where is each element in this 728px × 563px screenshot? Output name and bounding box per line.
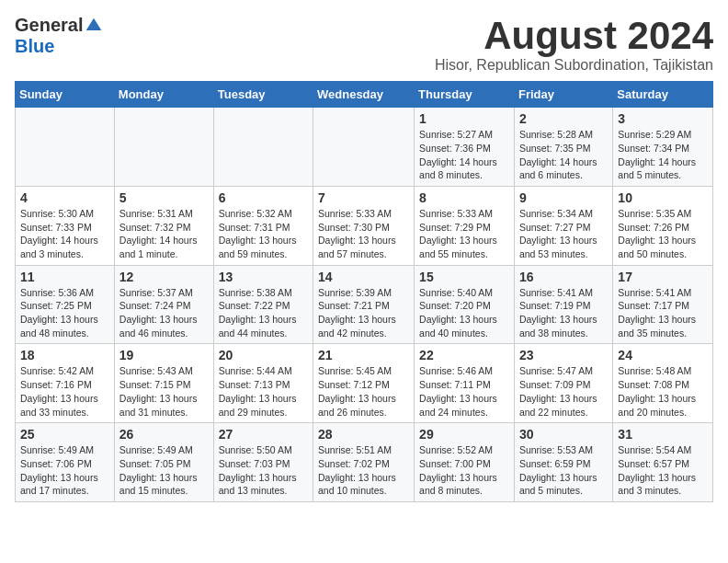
calendar-cell — [114, 108, 213, 187]
calendar-cell: 27Sunrise: 5:50 AM Sunset: 7:03 PM Dayli… — [213, 423, 313, 502]
day-info: Sunrise: 5:47 AM Sunset: 7:09 PM Dayligh… — [519, 364, 608, 419]
day-info: Sunrise: 5:28 AM Sunset: 7:35 PM Dayligh… — [519, 128, 608, 182]
calendar-cell — [16, 108, 115, 187]
page-header: General Blue August 2024 Hisor, Republic… — [15, 15, 713, 74]
calendar-cell: 10Sunrise: 5:35 AM Sunset: 7:26 PM Dayli… — [613, 186, 713, 265]
day-number: 19 — [119, 348, 209, 362]
calendar-cell: 11Sunrise: 5:36 AM Sunset: 7:25 PM Dayli… — [16, 265, 115, 344]
calendar-cell: 1Sunrise: 5:27 AM Sunset: 7:36 PM Daylig… — [415, 108, 515, 187]
day-info: Sunrise: 5:49 AM Sunset: 7:06 PM Dayligh… — [20, 443, 109, 498]
day-info: Sunrise: 5:33 AM Sunset: 7:29 PM Dayligh… — [419, 207, 509, 261]
day-info: Sunrise: 5:31 AM Sunset: 7:32 PM Dayligh… — [119, 207, 209, 261]
logo-general-text: General — [15, 15, 83, 36]
day-number: 28 — [318, 427, 409, 442]
day-number: 17 — [618, 270, 708, 284]
day-info: Sunrise: 5:36 AM Sunset: 7:25 PM Dayligh… — [20, 286, 109, 340]
calendar-week-row: 1Sunrise: 5:27 AM Sunset: 7:36 PM Daylig… — [16, 108, 713, 187]
calendar-cell — [213, 108, 313, 187]
day-number: 9 — [519, 190, 608, 205]
day-info: Sunrise: 5:46 AM Sunset: 7:11 PM Dayligh… — [419, 364, 509, 419]
calendar-cell: 21Sunrise: 5:45 AM Sunset: 7:12 PM Dayli… — [313, 344, 415, 423]
day-info: Sunrise: 5:35 AM Sunset: 7:26 PM Dayligh… — [618, 207, 708, 261]
day-number: 24 — [618, 348, 708, 362]
day-info: Sunrise: 5:37 AM Sunset: 7:24 PM Dayligh… — [119, 286, 209, 340]
day-info: Sunrise: 5:39 AM Sunset: 7:21 PM Dayligh… — [318, 286, 409, 340]
calendar-table: SundayMondayTuesdayWednesdayThursdayFrid… — [15, 81, 713, 502]
day-number: 20 — [219, 348, 308, 362]
calendar-week-row: 25Sunrise: 5:49 AM Sunset: 7:06 PM Dayli… — [16, 423, 713, 502]
day-info: Sunrise: 5:50 AM Sunset: 7:03 PM Dayligh… — [219, 443, 308, 498]
day-info: Sunrise: 5:45 AM Sunset: 7:12 PM Dayligh… — [318, 364, 409, 419]
day-of-week-header: Saturday — [613, 82, 713, 108]
calendar-week-row: 18Sunrise: 5:42 AM Sunset: 7:16 PM Dayli… — [16, 344, 713, 423]
day-number: 5 — [119, 190, 209, 205]
day-number: 3 — [618, 111, 708, 126]
calendar-cell: 15Sunrise: 5:40 AM Sunset: 7:20 PM Dayli… — [415, 265, 515, 344]
day-number: 30 — [519, 427, 608, 442]
day-info: Sunrise: 5:29 AM Sunset: 7:34 PM Dayligh… — [618, 128, 708, 182]
day-info: Sunrise: 5:49 AM Sunset: 7:05 PM Dayligh… — [119, 443, 209, 498]
day-number: 14 — [318, 270, 409, 284]
calendar-cell: 26Sunrise: 5:49 AM Sunset: 7:05 PM Dayli… — [114, 423, 213, 502]
day-info: Sunrise: 5:38 AM Sunset: 7:22 PM Dayligh… — [219, 286, 308, 340]
day-info: Sunrise: 5:51 AM Sunset: 7:02 PM Dayligh… — [318, 443, 409, 498]
calendar-cell: 3Sunrise: 5:29 AM Sunset: 7:34 PM Daylig… — [613, 108, 713, 187]
day-info: Sunrise: 5:53 AM Sunset: 6:59 PM Dayligh… — [519, 443, 608, 498]
calendar-cell: 28Sunrise: 5:51 AM Sunset: 7:02 PM Dayli… — [313, 423, 415, 502]
day-number: 29 — [419, 427, 509, 442]
logo-icon — [85, 17, 103, 35]
calendar-cell: 16Sunrise: 5:41 AM Sunset: 7:19 PM Dayli… — [514, 265, 612, 344]
calendar-cell — [313, 108, 415, 187]
day-number: 8 — [419, 190, 509, 205]
day-number: 31 — [618, 427, 708, 442]
calendar-cell: 18Sunrise: 5:42 AM Sunset: 7:16 PM Dayli… — [16, 344, 115, 423]
day-of-week-header: Monday — [114, 82, 213, 108]
calendar-cell: 19Sunrise: 5:43 AM Sunset: 7:15 PM Dayli… — [114, 344, 213, 423]
calendar-cell: 30Sunrise: 5:53 AM Sunset: 6:59 PM Dayli… — [514, 423, 612, 502]
calendar-cell: 20Sunrise: 5:44 AM Sunset: 7:13 PM Dayli… — [213, 344, 313, 423]
day-number: 13 — [219, 270, 308, 284]
day-number: 6 — [219, 190, 308, 205]
day-number: 22 — [419, 348, 509, 362]
calendar-cell: 4Sunrise: 5:30 AM Sunset: 7:33 PM Daylig… — [16, 186, 115, 265]
day-of-week-header: Thursday — [415, 82, 515, 108]
day-number: 12 — [119, 270, 209, 284]
calendar-cell: 22Sunrise: 5:46 AM Sunset: 7:11 PM Dayli… — [415, 344, 515, 423]
logo: General Blue — [15, 15, 103, 57]
day-number: 21 — [318, 348, 409, 362]
day-of-week-header: Wednesday — [313, 82, 415, 108]
day-info: Sunrise: 5:32 AM Sunset: 7:31 PM Dayligh… — [219, 207, 308, 261]
logo-blue-text: Blue — [15, 36, 54, 57]
day-info: Sunrise: 5:34 AM Sunset: 7:27 PM Dayligh… — [519, 207, 608, 261]
calendar-week-row: 4Sunrise: 5:30 AM Sunset: 7:33 PM Daylig… — [16, 186, 713, 265]
day-info: Sunrise: 5:44 AM Sunset: 7:13 PM Dayligh… — [219, 364, 308, 419]
calendar-cell: 12Sunrise: 5:37 AM Sunset: 7:24 PM Dayli… — [114, 265, 213, 344]
day-number: 23 — [519, 348, 608, 362]
location-subtitle: Hisor, Republican Subordination, Tajikis… — [435, 57, 713, 74]
calendar-cell: 2Sunrise: 5:28 AM Sunset: 7:35 PM Daylig… — [514, 108, 612, 187]
day-info: Sunrise: 5:33 AM Sunset: 7:30 PM Dayligh… — [318, 207, 409, 261]
day-info: Sunrise: 5:41 AM Sunset: 7:19 PM Dayligh… — [519, 286, 608, 340]
day-info: Sunrise: 5:40 AM Sunset: 7:20 PM Dayligh… — [419, 286, 509, 340]
calendar-cell: 13Sunrise: 5:38 AM Sunset: 7:22 PM Dayli… — [213, 265, 313, 344]
calendar-cell: 7Sunrise: 5:33 AM Sunset: 7:30 PM Daylig… — [313, 186, 415, 265]
day-number: 25 — [20, 427, 109, 442]
day-info: Sunrise: 5:30 AM Sunset: 7:33 PM Dayligh… — [20, 207, 109, 261]
calendar-cell: 9Sunrise: 5:34 AM Sunset: 7:27 PM Daylig… — [514, 186, 612, 265]
day-info: Sunrise: 5:48 AM Sunset: 7:08 PM Dayligh… — [618, 364, 708, 419]
calendar-cell: 14Sunrise: 5:39 AM Sunset: 7:21 PM Dayli… — [313, 265, 415, 344]
day-info: Sunrise: 5:27 AM Sunset: 7:36 PM Dayligh… — [419, 128, 509, 182]
calendar-cell: 31Sunrise: 5:54 AM Sunset: 6:57 PM Dayli… — [613, 423, 713, 502]
calendar-cell: 23Sunrise: 5:47 AM Sunset: 7:09 PM Dayli… — [514, 344, 612, 423]
calendar-cell: 17Sunrise: 5:41 AM Sunset: 7:17 PM Dayli… — [613, 265, 713, 344]
calendar-week-row: 11Sunrise: 5:36 AM Sunset: 7:25 PM Dayli… — [16, 265, 713, 344]
day-number: 4 — [20, 190, 109, 205]
day-number: 27 — [219, 427, 308, 442]
calendar-header-row: SundayMondayTuesdayWednesdayThursdayFrid… — [16, 82, 713, 108]
calendar-cell: 24Sunrise: 5:48 AM Sunset: 7:08 PM Dayli… — [613, 344, 713, 423]
calendar-cell: 8Sunrise: 5:33 AM Sunset: 7:29 PM Daylig… — [415, 186, 515, 265]
day-number: 1 — [419, 111, 509, 126]
day-of-week-header: Sunday — [16, 82, 115, 108]
calendar-cell: 25Sunrise: 5:49 AM Sunset: 7:06 PM Dayli… — [16, 423, 115, 502]
day-number: 18 — [20, 348, 109, 362]
